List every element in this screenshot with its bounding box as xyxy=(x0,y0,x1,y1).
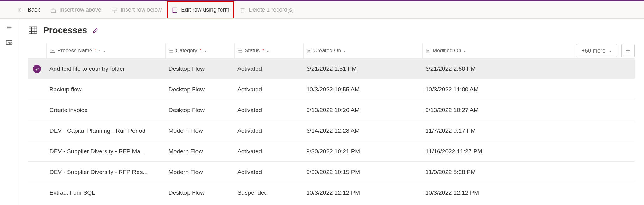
cell-category: Desktop Flow xyxy=(165,86,234,93)
cell-status: Suspended xyxy=(234,189,303,196)
insert-row-below-label: Insert row below xyxy=(121,7,162,13)
cell-category: Desktop Flow xyxy=(165,189,234,196)
back-button[interactable]: Back xyxy=(13,1,45,18)
svg-rect-11 xyxy=(241,8,244,12)
more-columns-button[interactable]: +60 more ⌄ xyxy=(576,44,617,57)
cell-modified-on: 10/3/2022 11:00 AM xyxy=(422,86,541,93)
svg-point-35 xyxy=(238,49,238,49)
cell-status: Activated xyxy=(234,107,303,114)
row-select[interactable] xyxy=(28,65,46,73)
table-row[interactable]: Create invoiceDesktop FlowActivated9/13/… xyxy=(28,100,635,120)
required-asterisk: * xyxy=(200,48,202,54)
command-bar: Back Insert row above Insert row below E… xyxy=(0,1,644,19)
trash-icon xyxy=(239,7,246,13)
sort-ascending-icon: ↑ xyxy=(99,49,101,53)
table-icon xyxy=(28,25,38,36)
chevron-down-icon: ⌄ xyxy=(463,49,466,53)
svg-rect-19 xyxy=(29,27,37,34)
calendar-icon: 21 xyxy=(307,48,312,53)
chevron-down-icon: ⌄ xyxy=(204,49,207,53)
column-label: Category xyxy=(176,48,197,54)
edit-row-form-button[interactable]: Edit row using form xyxy=(167,1,234,18)
text-type-icon: Abc xyxy=(50,49,55,53)
svg-text:21: 21 xyxy=(427,50,430,52)
chevron-down-icon: ⌄ xyxy=(609,49,612,53)
cell-category: Modern Flow xyxy=(165,127,234,134)
insert-row-below-button[interactable]: Insert row below xyxy=(106,1,167,18)
table-row[interactable]: Extract from SQLDesktop FlowSuspended10/… xyxy=(28,182,635,203)
column-label: Process Name xyxy=(57,48,92,54)
insert-row-above-button[interactable]: Insert row above xyxy=(45,1,106,18)
cell-created-on: 10/3/2022 10:55 AM xyxy=(303,86,422,93)
cell-status: Activated xyxy=(234,65,303,72)
left-rail: Abc xyxy=(0,19,18,205)
more-columns-label: +60 more xyxy=(581,48,605,54)
table-row[interactable]: Add text file to country folderDesktop F… xyxy=(28,58,635,79)
cell-created-on: 6/14/2022 12:28 AM xyxy=(303,127,422,134)
back-label: Back xyxy=(28,7,40,13)
cell-created-on: 9/30/2022 10:21 PM xyxy=(303,148,422,155)
table-row[interactable]: DEV - Capital Planning - Run PeriodModer… xyxy=(28,120,635,141)
cell-status: Activated xyxy=(234,169,303,176)
chevron-down-icon: ⌄ xyxy=(266,49,269,53)
cell-created-on: 9/30/2022 10:15 PM xyxy=(303,169,422,176)
cell-modified-on: 11/9/2022 8:28 PM xyxy=(422,169,541,176)
svg-point-31 xyxy=(169,52,169,53)
column-header-process-name[interactable]: Abc Process Name * ↑ ⌄ xyxy=(46,43,165,58)
cell-status: Activated xyxy=(234,148,303,155)
required-asterisk: * xyxy=(95,48,97,54)
insert-row-above-icon xyxy=(50,7,56,13)
cell-process-name: DEV - Supplier Diversity - RFP Res... xyxy=(46,169,165,176)
cell-category: Desktop Flow xyxy=(165,107,234,114)
arrow-left-icon xyxy=(18,7,24,13)
form-icon xyxy=(172,7,178,13)
checkmark-icon xyxy=(33,65,41,73)
insert-row-above-label: Insert row above xyxy=(60,7,101,13)
delete-records-button[interactable]: Delete 1 record(s) xyxy=(234,1,299,18)
svg-point-29 xyxy=(169,49,169,49)
svg-text:21: 21 xyxy=(308,50,311,52)
cell-status: Activated xyxy=(234,127,303,134)
column-header-status[interactable]: Status * ⌄ xyxy=(234,43,303,58)
cell-category: Modern Flow xyxy=(165,169,234,176)
delete-records-label: Delete 1 record(s) xyxy=(249,7,294,13)
cell-modified-on: 9/13/2022 10:27 AM xyxy=(422,107,541,114)
table-row[interactable]: DEV - Supplier Diversity - RFP Res...Mod… xyxy=(28,161,635,182)
edit-pencil-icon[interactable] xyxy=(92,27,99,34)
table-row[interactable]: DEV - Supplier Diversity - RFP Ma...Mode… xyxy=(28,141,635,161)
text-field-icon[interactable]: Abc xyxy=(5,38,13,47)
page-header: Processes xyxy=(28,25,635,36)
svg-point-36 xyxy=(238,50,238,51)
hamburger-icon[interactable] xyxy=(5,23,13,32)
required-asterisk: * xyxy=(262,48,264,54)
cell-process-name: DEV - Capital Planning - Run Period xyxy=(46,127,165,134)
insert-row-below-icon xyxy=(111,7,117,13)
add-column-button[interactable] xyxy=(621,44,635,57)
cell-created-on: 9/13/2022 10:26 AM xyxy=(303,107,422,114)
svg-point-30 xyxy=(169,50,169,51)
cell-process-name: Add text file to country folder xyxy=(46,65,165,72)
table-row[interactable]: Backup flowDesktop FlowActivated10/3/202… xyxy=(28,79,635,100)
cell-modified-on: 11/16/2022 11:27 PM xyxy=(422,148,541,155)
cell-category: Desktop Flow xyxy=(165,65,234,72)
cell-status: Activated xyxy=(234,86,303,93)
cell-modified-on: 10/3/2022 12:12 PM xyxy=(422,189,541,196)
cell-process-name: Backup flow xyxy=(46,86,165,93)
column-label: Status xyxy=(245,48,260,54)
cell-created-on: 6/21/2022 1:51 PM xyxy=(303,65,422,72)
svg-text:Abc: Abc xyxy=(7,41,12,44)
cell-category: Modern Flow xyxy=(165,148,234,155)
column-label: Created On xyxy=(314,48,341,54)
chevron-down-icon: ⌄ xyxy=(103,49,106,53)
svg-text:Abc: Abc xyxy=(51,49,55,52)
choice-type-icon xyxy=(238,48,243,53)
column-header-created-on[interactable]: 21 Created On ⌄ xyxy=(303,43,422,58)
cell-modified-on: 6/21/2022 2:50 PM xyxy=(422,65,541,72)
chevron-down-icon: ⌄ xyxy=(343,49,346,53)
cell-process-name: Extract from SQL xyxy=(46,189,165,196)
column-header-modified-on[interactable]: 21 Modified On ⌄ xyxy=(422,43,541,58)
column-header-category[interactable]: Category * ⌄ xyxy=(165,43,234,58)
page-title: Processes xyxy=(43,25,87,35)
edit-row-form-label: Edit row using form xyxy=(181,7,229,13)
calendar-icon: 21 xyxy=(426,48,431,53)
